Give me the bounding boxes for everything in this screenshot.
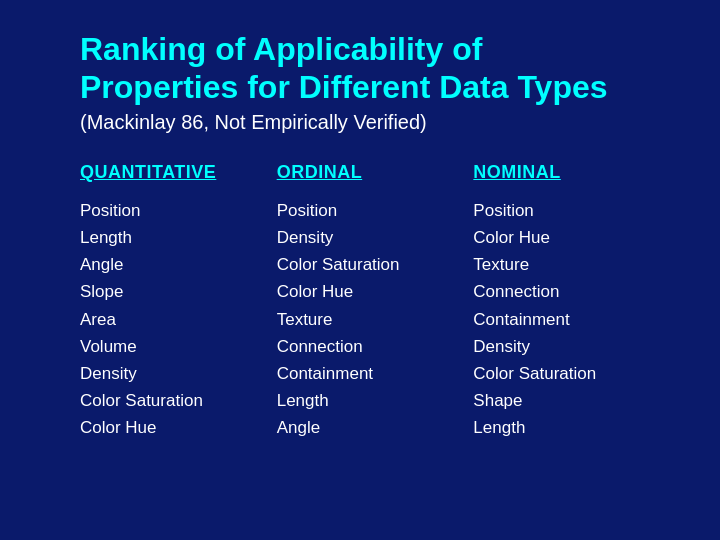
list-item: Color Saturation xyxy=(277,251,464,278)
list-item: Color Saturation xyxy=(80,387,267,414)
list-item: Position xyxy=(80,197,267,224)
column-nominal: NOMINALPositionColor HueTextureConnectio… xyxy=(473,162,670,520)
column-header-quantitative: QUANTITATIVE xyxy=(80,162,267,183)
column-items-quantitative: PositionLengthAngleSlopeAreaVolumeDensit… xyxy=(80,197,267,442)
list-item: Color Hue xyxy=(277,278,464,305)
subtitle: (Mackinlay 86, Not Empirically Verified) xyxy=(80,111,670,134)
list-item: Length xyxy=(473,414,660,441)
list-item: Position xyxy=(277,197,464,224)
list-item: Density xyxy=(277,224,464,251)
list-item: Slope xyxy=(80,278,267,305)
list-item: Length xyxy=(80,224,267,251)
list-item: Angle xyxy=(80,251,267,278)
list-item: Color Saturation xyxy=(473,360,660,387)
main-title-line1: Ranking of Applicability of xyxy=(80,31,482,67)
columns-container: QUANTITATIVEPositionLengthAngleSlopeArea… xyxy=(80,162,670,520)
main-title-line2: Properties for Different Data Types xyxy=(80,69,608,105)
list-item: Color Hue xyxy=(80,414,267,441)
list-item: Position xyxy=(473,197,660,224)
main-title: Ranking of Applicability of Properties f… xyxy=(80,30,670,107)
column-items-ordinal: PositionDensityColor SaturationColor Hue… xyxy=(277,197,464,442)
list-item: Connection xyxy=(277,333,464,360)
list-item: Length xyxy=(277,387,464,414)
list-item: Color Hue xyxy=(473,224,660,251)
list-item: Texture xyxy=(277,306,464,333)
list-item: Volume xyxy=(80,333,267,360)
list-item: Containment xyxy=(277,360,464,387)
column-header-nominal: NOMINAL xyxy=(473,162,660,183)
list-item: Area xyxy=(80,306,267,333)
list-item: Shape xyxy=(473,387,660,414)
page-container: Ranking of Applicability of Properties f… xyxy=(0,0,720,540)
list-item: Density xyxy=(473,333,660,360)
column-quantitative: QUANTITATIVEPositionLengthAngleSlopeArea… xyxy=(80,162,277,520)
column-items-nominal: PositionColor HueTextureConnectionContai… xyxy=(473,197,660,442)
list-item: Connection xyxy=(473,278,660,305)
list-item: Density xyxy=(80,360,267,387)
list-item: Texture xyxy=(473,251,660,278)
column-header-ordinal: ORDINAL xyxy=(277,162,464,183)
column-ordinal: ORDINALPositionDensityColor SaturationCo… xyxy=(277,162,474,520)
list-item: Containment xyxy=(473,306,660,333)
title-section: Ranking of Applicability of Properties f… xyxy=(80,30,670,134)
list-item: Angle xyxy=(277,414,464,441)
